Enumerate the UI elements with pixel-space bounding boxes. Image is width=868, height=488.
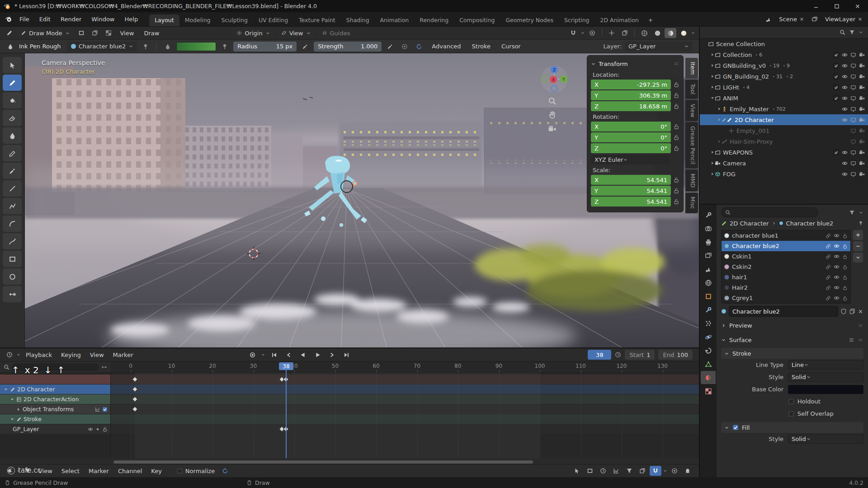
keyframe-area[interactable] bbox=[111, 373, 699, 458]
outliner-eye-toggle[interactable] bbox=[840, 150, 849, 155]
workspace-tab-sculpting[interactable]: Sculpting bbox=[216, 14, 253, 26]
viewlayer-browse-button[interactable] bbox=[809, 14, 821, 24]
shading-options-chevron[interactable] bbox=[691, 31, 695, 35]
outliner-search-button[interactable] bbox=[840, 29, 845, 35]
key-prev-button[interactable] bbox=[283, 350, 294, 360]
disclosure-icon[interactable] bbox=[710, 150, 715, 155]
slot-hide-icon[interactable] bbox=[834, 264, 840, 270]
location-z-field[interactable]: Z 18.658 m bbox=[591, 101, 671, 111]
channel-2d-character[interactable]: 2D Character bbox=[0, 385, 110, 394]
properties-tab-material[interactable] bbox=[701, 371, 716, 384]
rotation-x-field[interactable]: X 0° bbox=[591, 122, 671, 131]
outliner-screen-toggle[interactable] bbox=[849, 74, 858, 80]
outliner-screen-toggle[interactable] bbox=[849, 84, 858, 90]
scale-x-field[interactable]: X 54.541 bbox=[591, 175, 671, 185]
channel-stroke[interactable]: Stroke bbox=[0, 414, 110, 424]
normalize-toggle[interactable]: Normalize bbox=[173, 466, 218, 476]
playhead-line[interactable] bbox=[286, 363, 287, 458]
preview-panel-header[interactable]: Preview bbox=[721, 319, 863, 331]
pin-id-button[interactable] bbox=[858, 221, 863, 226]
material-slot-character-blue1[interactable]: character blue1 bbox=[722, 230, 850, 241]
material-slot-cgrey1[interactable]: Cgrey1 bbox=[722, 293, 850, 303]
menu-window[interactable]: Window bbox=[86, 14, 119, 25]
editor-type-button[interactable] bbox=[4, 28, 15, 38]
outliner-screen-toggle[interactable] bbox=[849, 171, 858, 177]
material-slot-hair2[interactable]: Hair2 bbox=[722, 282, 850, 293]
properties-tab-particles[interactable] bbox=[701, 317, 716, 330]
properties-tab-output[interactable] bbox=[701, 235, 716, 249]
rotation-y-field[interactable]: Y 0° bbox=[591, 132, 671, 142]
scale-z-field[interactable]: Z 54.541 bbox=[591, 197, 671, 206]
panel-grip[interactable] bbox=[673, 61, 679, 67]
slot-hide-icon[interactable] bbox=[834, 243, 840, 249]
outliner-camera-toggle[interactable] bbox=[858, 84, 866, 90]
properties-tab-scene[interactable] bbox=[701, 263, 716, 276]
transform-collapse-arrow[interactable] bbox=[591, 61, 596, 66]
pin-color-button[interactable] bbox=[219, 42, 231, 52]
outliner-row-empty-001[interactable]: Empty_001 bbox=[700, 125, 868, 136]
outliner-row-collection[interactable]: Collection6 bbox=[700, 49, 868, 60]
menu-edit[interactable]: Edit bbox=[34, 14, 56, 25]
strength-slider[interactable]: Strength 1.000 bbox=[314, 42, 382, 52]
channel-summary[interactable] bbox=[0, 375, 110, 384]
auto-key-chevron-icon[interactable] bbox=[261, 352, 265, 357]
guides-selector[interactable]: Guides bbox=[318, 28, 354, 38]
brush-option-a-toggle[interactable] bbox=[399, 42, 410, 52]
outliner-screen-toggle[interactable] bbox=[849, 106, 858, 112]
scene-browse-button[interactable] bbox=[763, 14, 774, 24]
material-slot-cskin2[interactable]: Cskin2 bbox=[722, 262, 850, 272]
outliner-row-gnbuilding-v0[interactable]: GNBuilding_v0199 bbox=[700, 60, 868, 71]
fill-style-selector[interactable]: Solid bbox=[788, 434, 863, 444]
remove-slot-button[interactable] bbox=[853, 241, 863, 251]
properties-tab-modifiers[interactable] bbox=[701, 303, 716, 316]
sidebar-tab-mmd[interactable]: MMD bbox=[685, 169, 698, 192]
slot-hide-icon[interactable] bbox=[834, 274, 840, 280]
outliner-eye-toggle[interactable] bbox=[840, 95, 849, 101]
workspace-tab-shading[interactable]: Shading bbox=[341, 14, 375, 26]
material-slot-hair1[interactable]: hair1 bbox=[722, 272, 850, 282]
workspace-tab-animation[interactable]: Animation bbox=[375, 14, 415, 26]
outliner-row-weapons[interactable]: WEAPONS bbox=[700, 147, 868, 158]
location-x-lock-icon[interactable] bbox=[673, 81, 679, 88]
rotation-z-lock-icon[interactable] bbox=[673, 145, 679, 151]
cursor-popover[interactable]: Cursor bbox=[497, 43, 525, 50]
outliner-camera-toggle[interactable] bbox=[858, 52, 866, 58]
menu-ds-marker[interactable]: Marker bbox=[85, 468, 113, 474]
outliner-camera-toggle[interactable] bbox=[858, 139, 866, 145]
add-slot-button[interactable] bbox=[853, 230, 863, 240]
disclosure-icon[interactable] bbox=[710, 52, 715, 57]
channel-check-on-toggle[interactable] bbox=[102, 407, 108, 412]
menu-ds-channel[interactable]: Channel bbox=[114, 468, 146, 474]
slot-lock-icon[interactable] bbox=[842, 233, 848, 239]
channel-graph-toggle[interactable] bbox=[95, 407, 100, 412]
outliner-row-fog[interactable]: FOG bbox=[700, 169, 868, 179]
sidebar-tab-item[interactable]: Item bbox=[685, 58, 698, 79]
tool-cursor[interactable] bbox=[3, 57, 22, 73]
disclosure-icon[interactable] bbox=[717, 139, 722, 144]
timeline-ruler[interactable]: 0102030405060708090100110120130 bbox=[111, 361, 699, 373]
properties-tab-texture[interactable] bbox=[701, 385, 716, 398]
scale-y-lock-icon[interactable] bbox=[673, 188, 679, 194]
properties-tab-data[interactable] bbox=[701, 357, 716, 371]
material-slot-character-blue2[interactable]: Character blue2 bbox=[722, 241, 850, 251]
close-button[interactable] bbox=[847, 0, 868, 12]
channel-object-transforms[interactable]: Object Transforms bbox=[0, 404, 110, 414]
outliner-row-scene-collection[interactable]: Scene Collection bbox=[700, 38, 868, 49]
sidebar-tab-misc[interactable]: Misc bbox=[685, 192, 698, 213]
channel-disclosure-icon[interactable] bbox=[16, 407, 21, 412]
outliner-check-toggle[interactable] bbox=[832, 95, 840, 101]
app-menu-button[interactable] bbox=[3, 14, 14, 24]
scene-unlink-button[interactable] bbox=[799, 17, 804, 22]
slot-link-icon[interactable] bbox=[826, 233, 831, 239]
outliner-filter-button[interactable] bbox=[849, 29, 855, 35]
menu-file[interactable]: File bbox=[14, 14, 34, 25]
outliner-row-light[interactable]: LIGHt4 bbox=[700, 82, 868, 93]
menu-playback[interactable]: Playback bbox=[22, 352, 56, 358]
workspace-tab-texture-paint[interactable]: Texture Paint bbox=[293, 14, 341, 26]
snap-options-chevron[interactable] bbox=[580, 31, 585, 35]
tool-fill[interactable] bbox=[3, 92, 22, 108]
disclosure-icon[interactable] bbox=[710, 172, 715, 176]
viewport-3d[interactable]: Camera Perspective (38) 2D Character Z Y… bbox=[0, 53, 699, 347]
rotation-z-field[interactable]: Z 0° bbox=[591, 143, 671, 153]
outliner-screen-toggle[interactable] bbox=[849, 117, 858, 123]
